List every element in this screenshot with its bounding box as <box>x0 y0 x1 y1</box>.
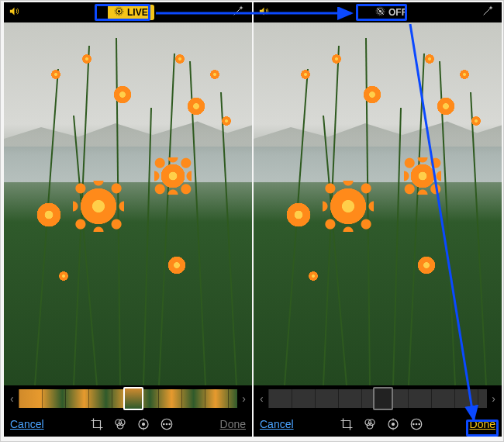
speaker-icon[interactable] <box>9 5 20 19</box>
adjust-icon[interactable] <box>385 416 401 432</box>
live-photo-toggle[interactable]: OFF <box>369 5 413 20</box>
cancel-button[interactable]: Cancel <box>260 418 294 430</box>
svg-line-29 <box>409 54 424 385</box>
magic-wand-icon[interactable] <box>482 5 497 20</box>
chevron-left-icon[interactable]: ‹ <box>258 392 265 405</box>
filmstrip-track[interactable] <box>19 389 238 408</box>
chevron-right-icon[interactable]: › <box>240 392 247 405</box>
live-target-off-icon <box>375 6 385 19</box>
svg-line-33 <box>393 108 401 385</box>
cancel-button[interactable]: Cancel <box>10 418 44 430</box>
editor-screen-live: LIVE <box>4 2 252 437</box>
svg-point-35 <box>369 420 375 426</box>
svg-line-32 <box>323 116 347 385</box>
svg-line-9 <box>74 116 97 385</box>
svg-point-21 <box>169 423 171 425</box>
live-target-icon <box>114 6 124 19</box>
adjust-icon[interactable] <box>136 416 151 432</box>
crop-icon[interactable] <box>89 416 105 432</box>
svg-line-31 <box>471 92 486 385</box>
svg-point-13 <box>117 423 123 430</box>
chevron-right-icon[interactable]: › <box>490 392 497 405</box>
filmstrip[interactable]: ‹ › <box>254 385 502 412</box>
chevron-left-icon[interactable]: ‹ <box>9 392 16 405</box>
svg-point-36 <box>367 423 373 430</box>
magic-wand-icon[interactable] <box>232 5 247 20</box>
filters-icon[interactable] <box>112 416 128 432</box>
filmstrip-playhead[interactable] <box>373 387 393 410</box>
filmstrip[interactable]: ‹ › <box>4 385 252 412</box>
speaker-icon[interactable] <box>258 5 270 19</box>
top-toolbar: LIVE <box>4 2 252 22</box>
done-button[interactable]: Done <box>220 418 246 430</box>
svg-point-38 <box>392 423 395 426</box>
svg-point-42 <box>413 423 415 425</box>
crop-icon[interactable] <box>339 416 354 432</box>
live-photo-label: OFF <box>388 7 407 18</box>
svg-line-25 <box>377 8 384 15</box>
bottom-toolbar: Cancel Done <box>254 412 502 437</box>
more-icon[interactable] <box>409 416 424 432</box>
svg-point-0 <box>118 10 120 12</box>
editor-screen-off: OFF <box>254 2 502 437</box>
svg-point-43 <box>416 423 417 425</box>
svg-point-44 <box>419 423 420 425</box>
svg-line-6 <box>159 54 174 385</box>
svg-point-20 <box>166 423 167 425</box>
filmstrip-playhead[interactable] <box>123 387 143 410</box>
top-toolbar: OFF <box>254 2 502 22</box>
filters-icon[interactable] <box>362 416 378 432</box>
svg-point-12 <box>119 420 126 426</box>
live-photo-label: LIVE <box>127 7 148 18</box>
svg-line-10 <box>143 108 151 385</box>
tutorial-canvas: LIVE <box>0 0 504 442</box>
filmstrip-track[interactable] <box>268 389 488 408</box>
svg-point-15 <box>143 423 145 426</box>
svg-point-19 <box>164 423 165 425</box>
done-button[interactable]: Done <box>470 418 495 430</box>
svg-line-8 <box>221 92 236 385</box>
bottom-toolbar: Cancel Done <box>4 412 252 437</box>
photo-preview[interactable] <box>4 22 252 385</box>
live-photo-toggle[interactable]: LIVE <box>108 5 154 20</box>
more-icon[interactable] <box>159 416 174 432</box>
photo-preview[interactable] <box>254 22 502 385</box>
